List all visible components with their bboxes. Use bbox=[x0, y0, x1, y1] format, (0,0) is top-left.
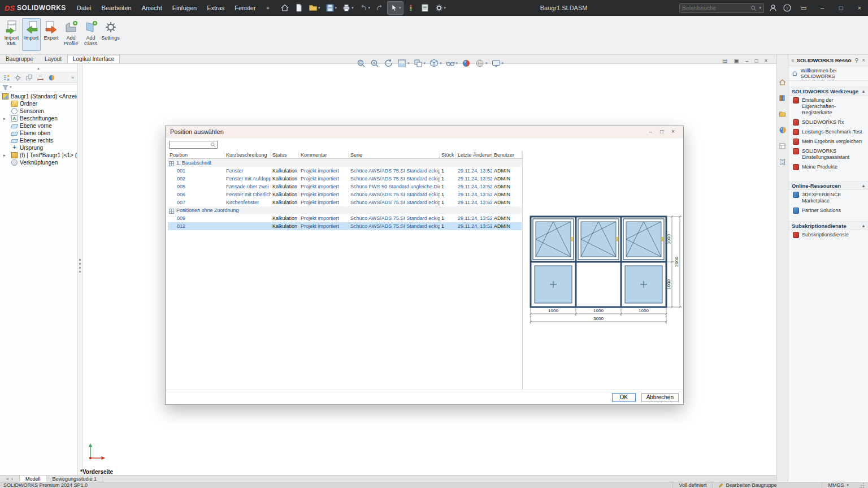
undo-button[interactable]: ▾ bbox=[357, 1, 373, 15]
resource-item[interactable]: Subskriptionsdienste bbox=[788, 230, 868, 240]
tree-item[interactable]: Ursprung bbox=[0, 144, 77, 152]
import-xml-button[interactable]: <xml> Import XML bbox=[2, 18, 21, 51]
tree-item[interactable]: Sensoren bbox=[0, 107, 77, 115]
rebuild-button[interactable] bbox=[404, 1, 418, 15]
zoom-fit-button[interactable] bbox=[355, 58, 367, 69]
section-subskriptionsdienste[interactable]: Subskriptionsdienste ▴ bbox=[788, 221, 868, 230]
print-caret-icon[interactable]: ▾ bbox=[351, 6, 354, 10]
user-account-button[interactable] bbox=[768, 3, 778, 13]
tree-item[interactable]: Ordner bbox=[0, 100, 77, 107]
minimize-button[interactable]: – bbox=[815, 0, 830, 16]
dimxpertmanager-tab-button[interactable] bbox=[37, 74, 44, 81]
resource-item[interactable]: 3DEXPERIENCE Marketplace bbox=[788, 190, 868, 206]
save-button[interactable]: ▾ bbox=[323, 1, 340, 15]
dialog-close-button[interactable]: × bbox=[667, 128, 679, 135]
custom-properties-tab[interactable] bbox=[779, 158, 786, 167]
featuremanager-tab-button[interactable] bbox=[3, 74, 10, 81]
tab-logikal-interface[interactable]: Logikal Interface bbox=[67, 55, 120, 63]
file-explorer-tab[interactable] bbox=[779, 110, 786, 119]
previous-view-button[interactable] bbox=[382, 58, 394, 69]
cancel-button[interactable]: Abbrechen bbox=[641, 393, 679, 402]
design-library-tab[interactable] bbox=[779, 94, 786, 103]
resource-item[interactable]: SOLIDWORKS Einstellungsassistent bbox=[788, 146, 868, 162]
resource-item[interactable]: Erstellung der Eigenschaften-Registerkar… bbox=[788, 96, 868, 118]
doc-restore-button[interactable]: □ bbox=[754, 58, 758, 64]
select-tool-button[interactable]: ▾ bbox=[387, 1, 403, 15]
resource-item[interactable]: Mein Ergebnis vergleichen bbox=[788, 137, 868, 146]
tab-nav-first-icon[interactable]: « bbox=[6, 476, 9, 482]
resource-item[interactable]: Meine Produkte bbox=[788, 162, 868, 172]
resource-item[interactable]: Partner Solutions bbox=[788, 206, 868, 215]
table-row[interactable]: 001 Fenster Kalkulation Projekt importie… bbox=[168, 167, 522, 175]
column-header-kommentar[interactable]: Kommentar bbox=[299, 151, 349, 158]
taskpane-home-tab[interactable] bbox=[779, 79, 786, 87]
apply-scene-button[interactable]: ▾ bbox=[474, 58, 489, 69]
print-button[interactable]: ▾ bbox=[340, 1, 356, 15]
window-expand-button[interactable]: ▭ bbox=[796, 0, 811, 16]
section-view-button[interactable]: ▾ bbox=[396, 58, 411, 69]
units-caret-icon[interactable]: ▾ bbox=[847, 483, 849, 487]
file-properties-button[interactable] bbox=[418, 1, 432, 15]
tab-nav-prev-icon[interactable]: ‹ bbox=[11, 476, 13, 482]
section-collapse-icon[interactable]: ▴ bbox=[862, 89, 865, 94]
pane-grid-icon[interactable]: ▤ bbox=[722, 58, 727, 64]
pin-menu-icon[interactable]: ✶ bbox=[261, 5, 275, 11]
tree-item[interactable]: Ebene rechts bbox=[0, 137, 77, 144]
help-button[interactable]: ? bbox=[782, 3, 792, 13]
column-header-status[interactable]: Status bbox=[271, 151, 299, 158]
table-row[interactable]: 1. Bauabschnitt bbox=[168, 159, 522, 167]
panel-splitter[interactable] bbox=[77, 64, 83, 475]
hide-show-items-button[interactable]: ▾ bbox=[444, 58, 459, 69]
menu-extras[interactable]: Extras bbox=[202, 0, 229, 16]
open-document-button[interactable]: ▾ bbox=[306, 1, 323, 15]
menu-einfuegen[interactable]: Einfügen bbox=[167, 0, 202, 16]
undo-caret-icon[interactable]: ▾ bbox=[368, 6, 371, 10]
import-button[interactable]: Import bbox=[22, 18, 41, 51]
propertymanager-tab-button[interactable] bbox=[14, 74, 21, 81]
status-units[interactable]: MMGS ▾ bbox=[822, 482, 854, 488]
column-header-letzte-aenderung[interactable]: Letzte Änderung bbox=[456, 151, 492, 158]
tree-item[interactable]: Ebene oben bbox=[0, 129, 77, 137]
doc-minimize-button[interactable]: – bbox=[745, 58, 749, 64]
pin-icon[interactable] bbox=[854, 58, 860, 63]
resource-item[interactable]: SOLIDWORKS Rx bbox=[788, 118, 868, 127]
select-caret-icon[interactable]: ▾ bbox=[399, 6, 401, 10]
configurationmanager-tab-button[interactable] bbox=[25, 74, 33, 81]
export-button[interactable]: Export bbox=[42, 18, 60, 51]
menu-fenster[interactable]: Fenster bbox=[229, 0, 261, 16]
expand-arrow-icon[interactable]: ▸ bbox=[3, 153, 8, 158]
filter-caret-icon[interactable]: ▾ bbox=[10, 85, 12, 89]
view-orientation-button[interactable]: ▾ bbox=[428, 58, 443, 69]
section-collapse-icon[interactable]: ▴ bbox=[862, 223, 865, 228]
table-row[interactable]: 007 Kirchenfenster Kalkulation Projekt i… bbox=[168, 198, 522, 206]
filter-funnel-icon[interactable] bbox=[2, 84, 8, 90]
tab-modell[interactable]: Modell bbox=[19, 476, 47, 482]
tree-item[interactable]: Ebene vorne bbox=[0, 122, 77, 129]
dialog-maximize-button[interactable]: □ bbox=[656, 128, 667, 135]
table-row[interactable]: 006 Fenster mit Oberlicht Kalkulation Pr… bbox=[168, 191, 522, 198]
table-row[interactable]: Positionen ohne Zuordnung bbox=[168, 206, 522, 214]
tab-layout[interactable]: Layout bbox=[39, 55, 67, 63]
open-caret-icon[interactable]: ▾ bbox=[318, 6, 320, 10]
ok-button[interactable]: OK bbox=[612, 393, 636, 402]
section-online-ressourcen[interactable]: Online-Ressourcen ▴ bbox=[788, 181, 868, 190]
section-collapse-icon[interactable]: ▴ bbox=[862, 183, 865, 188]
menu-bearbeiten[interactable]: Bearbeiten bbox=[96, 0, 136, 16]
tree-item[interactable]: ▸ Beschriftungen bbox=[0, 115, 77, 122]
add-profile-button[interactable]: Add Profile bbox=[62, 18, 80, 51]
table-row[interactable]: 012 Kalkulation Projekt importiert Schüc… bbox=[168, 222, 522, 230]
splitter-handle-icon[interactable] bbox=[79, 259, 81, 274]
save-caret-icon[interactable]: ▾ bbox=[335, 6, 337, 10]
menu-datei[interactable]: Datei bbox=[72, 0, 97, 16]
options-button[interactable]: ▾ bbox=[432, 1, 449, 15]
tree-root-item[interactable]: Baugr1 (Standard) <Anzeigestatus-1> bbox=[0, 93, 77, 100]
collapse-panel-button[interactable]: ▴ bbox=[0, 64, 77, 72]
redo-button[interactable] bbox=[373, 1, 387, 15]
tab-bewegungsstudie[interactable]: Bewegungsstudie 1 bbox=[47, 476, 103, 482]
resource-item[interactable]: Leistungs-Benchmark-Test bbox=[788, 127, 868, 137]
options-caret-icon[interactable]: ▾ bbox=[444, 6, 446, 10]
column-header-serie[interactable]: Serie bbox=[349, 151, 440, 158]
edit-appearance-button[interactable] bbox=[460, 58, 472, 69]
tree-item[interactable]: Verknüpfungen bbox=[0, 159, 77, 166]
taskpane-close-button[interactable]: × bbox=[862, 57, 865, 63]
